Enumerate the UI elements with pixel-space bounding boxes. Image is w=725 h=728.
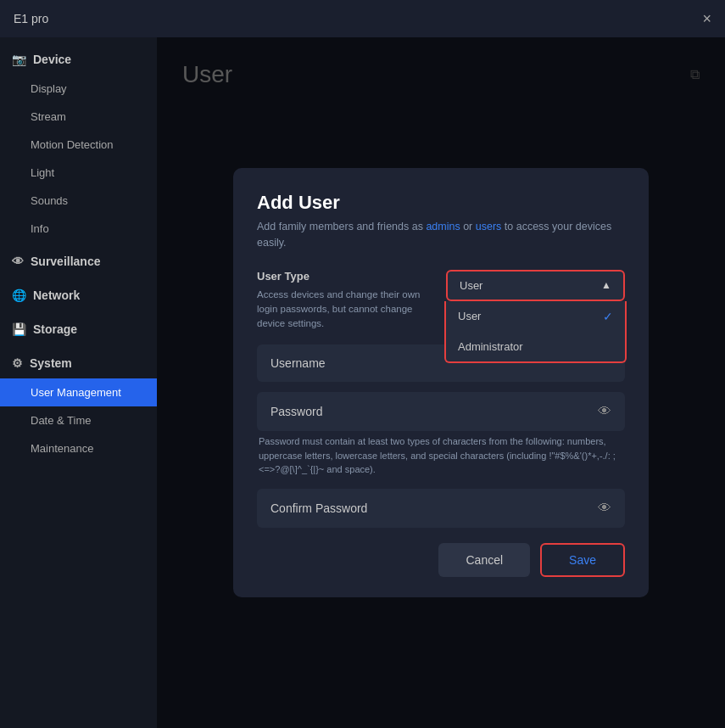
sidebar-group-surveillance-label: Surveillance	[31, 255, 101, 268]
save-button[interactable]: Save	[540, 543, 625, 577]
user-type-section: User Type Access devices and change thei…	[257, 270, 625, 332]
sidebar-group-storage[interactable]: 💾 Storage	[0, 314, 157, 344]
user-type-label: User Type	[257, 270, 436, 283]
sidebar-section-network: 🌐 Network	[0, 280, 157, 311]
dropdown-option-administrator[interactable]: Administrator	[446, 332, 625, 361]
sidebar-item-display[interactable]: Display	[0, 75, 157, 103]
dialog-title: Add User	[257, 192, 625, 214]
gear-icon: ⚙	[12, 356, 23, 370]
sidebar-group-device-label: Device	[33, 53, 71, 66]
password-eye-icon[interactable]: 👁	[598, 404, 611, 419]
dialog-subtitle: Add family members and friends as admins…	[257, 219, 625, 251]
dialog-buttons: Cancel Save	[257, 543, 625, 577]
sidebar-section-device: 📷 Device Display Stream Motion Detection…	[0, 44, 157, 243]
storage-icon: 💾	[12, 322, 26, 336]
title-bar: E1 pro ×	[0, 0, 725, 37]
globe-icon: 🌐	[12, 288, 26, 302]
content-area: User ⧉ Add User Add family members and f…	[157, 37, 725, 728]
sidebar-group-storage-label: Storage	[33, 322, 77, 336]
dropdown-option-administrator-label: Administrator	[458, 340, 523, 353]
sidebar-item-stream[interactable]: Stream	[0, 103, 157, 131]
confirm-password-eye-icon[interactable]: 👁	[598, 501, 611, 516]
sidebar-group-network-label: Network	[33, 288, 80, 302]
sidebar-item-info[interactable]: Info	[0, 215, 157, 243]
sidebar: 📷 Device Display Stream Motion Detection…	[0, 37, 157, 728]
dropdown-selected-value: User	[460, 279, 482, 292]
sidebar-item-light[interactable]: Light	[0, 159, 157, 187]
sidebar-group-surveillance[interactable]: 👁 Surveillance	[0, 246, 157, 277]
sidebar-group-system-label: System	[30, 356, 72, 370]
password-hint: Password must contain at least two types…	[257, 434, 625, 477]
user-type-label-block: User Type Access devices and change thei…	[257, 270, 436, 332]
username-label: Username	[270, 356, 326, 370]
main-layout: 📷 Device Display Stream Motion Detection…	[0, 37, 725, 728]
sidebar-item-motion-detection[interactable]: Motion Detection	[0, 131, 157, 159]
add-user-dialog: Add User Add family members and friends …	[233, 168, 649, 597]
sidebar-group-network[interactable]: 🌐 Network	[0, 280, 157, 311]
user-type-description: Access devices and change their own logi…	[257, 288, 436, 332]
dropdown-option-user-label: User	[458, 310, 481, 322]
sidebar-section-surveillance: 👁 Surveillance	[0, 246, 157, 277]
dropdown-option-user[interactable]: User ✓	[446, 301, 625, 332]
user-type-dropdown-selected[interactable]: User ▲	[446, 270, 625, 301]
user-type-dropdown-container: User ▲ User ✓ Administrator	[446, 270, 625, 301]
sidebar-section-system: ⚙ System User Management Date & Time Mai…	[0, 348, 157, 462]
sidebar-item-date-time[interactable]: Date & Time	[0, 406, 157, 434]
password-field[interactable]: Password 👁	[257, 392, 625, 431]
dialog-overlay: Add User Add family members and friends …	[157, 37, 725, 728]
check-icon: ✓	[603, 310, 613, 323]
sidebar-item-sounds[interactable]: Sounds	[0, 187, 157, 215]
cancel-button[interactable]: Cancel	[438, 543, 530, 577]
app-title: E1 pro	[14, 12, 48, 25]
sidebar-item-maintenance[interactable]: Maintenance	[0, 434, 157, 462]
confirm-password-field[interactable]: Confirm Password 👁	[257, 489, 625, 528]
close-button[interactable]: ×	[702, 10, 711, 28]
confirm-password-label: Confirm Password	[270, 501, 367, 515]
user-type-dropdown-menu: User ✓ Administrator	[444, 301, 627, 363]
sidebar-group-system[interactable]: ⚙ System	[0, 348, 157, 378]
password-label: Password	[270, 405, 322, 418]
sidebar-section-storage: 💾 Storage	[0, 314, 157, 344]
eye-icon: 👁	[12, 255, 24, 268]
sidebar-item-user-management[interactable]: User Management	[0, 378, 157, 406]
camera-icon: 📷	[12, 53, 26, 66]
sidebar-group-device[interactable]: 📷 Device	[0, 44, 157, 75]
chevron-up-icon: ▲	[601, 279, 611, 291]
